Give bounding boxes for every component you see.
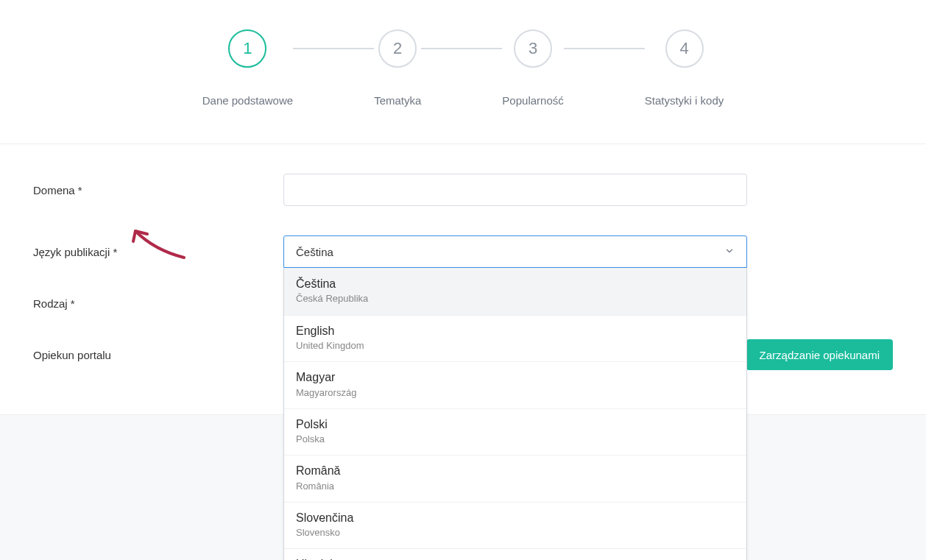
step-connector (421, 48, 502, 49)
step-4[interactable]: 4Statystyki i kody (645, 29, 724, 107)
language-option[interactable]: EnglishUnited Kingdom (284, 315, 746, 362)
step-circle: 3 (514, 29, 552, 68)
step-2[interactable]: 2Tematyka (374, 29, 421, 107)
step-label: Popularność (502, 94, 563, 107)
step-label: Statystyki i kody (645, 94, 724, 107)
row-language: Język publikacji * Čeština ČeštinaČeská … (33, 235, 893, 268)
language-option-secondary: Česká Republika (296, 292, 735, 305)
stepper: 1Dane podstawowe2Tematyka3Popularność4St… (0, 0, 926, 144)
language-option-primary: Slovenčina (296, 510, 735, 526)
keeper-label: Opiekun portalu (33, 349, 269, 361)
domain-input[interactable] (283, 174, 747, 206)
language-option-secondary: Polska (296, 433, 735, 446)
step-connector (564, 48, 645, 49)
step-1[interactable]: 1Dane podstawowe (202, 29, 293, 107)
language-option-secondary: Magyarország (296, 386, 735, 400)
language-option[interactable]: UkrainianУкраїна (284, 548, 746, 560)
language-option-secondary: United Kingdom (296, 339, 735, 352)
step-3[interactable]: 3Popularność (502, 29, 563, 107)
step-label: Dane podstawowe (202, 94, 293, 107)
step-circle: 1 (228, 29, 266, 68)
language-label: Język publikacji * (33, 246, 269, 258)
form-section: Domena * Język publikacji * Čeština Češt… (11, 144, 915, 414)
language-select[interactable]: Čeština (283, 235, 747, 268)
language-option-primary: Ukrainian (296, 556, 735, 560)
language-option[interactable]: SlovenčinaSlovensko (284, 502, 746, 549)
language-option[interactable]: MagyarMagyarország (284, 361, 746, 408)
language-selected-value: Čeština (296, 246, 333, 258)
language-option-secondary: România (296, 480, 735, 493)
language-option[interactable]: RomânăRomânia (284, 455, 746, 502)
step-label: Tematyka (374, 94, 421, 107)
language-option-primary: Română (296, 463, 735, 479)
step-connector (293, 48, 374, 49)
chevron-down-icon (724, 246, 735, 258)
language-option-primary: Magyar (296, 369, 735, 386)
row-domain: Domena * (33, 174, 893, 206)
language-option-primary: Polski (296, 417, 735, 433)
language-option[interactable]: PolskiPolska (284, 408, 746, 456)
step-circle: 2 (378, 29, 417, 68)
language-option-secondary: Slovensko (296, 526, 735, 539)
step-circle: 4 (665, 29, 704, 68)
language-option[interactable]: ČeštinaČeská Republika (284, 268, 746, 315)
kind-label: Rodzaj * (33, 297, 269, 310)
manage-keepers-button[interactable]: Zarządzanie opiekunami (746, 339, 893, 370)
language-option-primary: Čeština (296, 276, 735, 292)
language-dropdown[interactable]: ČeštinaČeská RepublikaEnglishUnited King… (283, 268, 747, 560)
language-option-primary: English (296, 323, 735, 339)
domain-label: Domena * (33, 184, 269, 196)
